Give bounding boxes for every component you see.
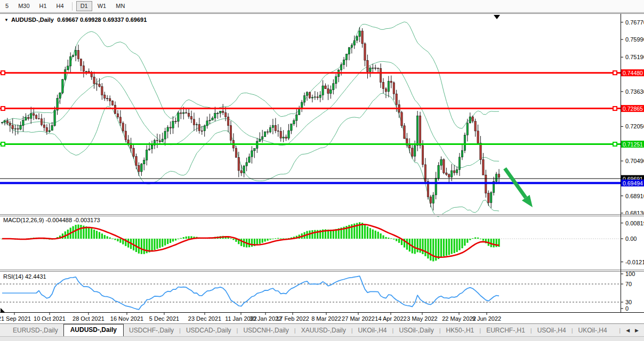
price-tick-label: 0.68910 (625, 193, 644, 199)
line-handle[interactable] (1, 71, 5, 75)
timeframe-button-d1[interactable]: D1 (76, 1, 92, 11)
line-handle[interactable] (1, 107, 5, 110)
symbol-tab-hk50-h1[interactable]: HK50-,H1 (441, 326, 480, 336)
date-tick-label: 21 Sep 2021 (0, 315, 31, 322)
date-tick-label: 22 May 2022 (442, 315, 476, 322)
date-tick-label: 17 Feb 2022 (276, 315, 309, 322)
date-tick-label: 27 Mar 2022 (342, 315, 375, 322)
toolbar-divider (72, 2, 73, 11)
timeframe-button-m30[interactable]: M30 (14, 1, 34, 11)
status-strip (0, 337, 644, 341)
macd-indicator-label: MACD(12,26,9) -0.004488 -0.003173 (3, 217, 100, 223)
line-handle[interactable] (613, 142, 617, 146)
symbol-tab-audusd-daily[interactable]: AUDUSD-,Daily (63, 324, 124, 336)
line-handle[interactable] (613, 107, 617, 110)
tab-separator: | (619, 327, 621, 334)
timeframe-button-h4[interactable]: H4 (52, 1, 68, 11)
price-tick-label: 0.75990 (625, 36, 644, 43)
symbol-tab-usdcnh-daily[interactable]: USDCNH-,Daily (238, 326, 294, 336)
date-tick-label: 5 Dec 2021 (149, 315, 179, 322)
symbol-tab-ukoil-h4[interactable]: UKOil-,H4 (573, 326, 613, 336)
symbol-tab-ukoil-h4[interactable]: UKOil-,H4 (353, 326, 392, 336)
price-tick-label: 0.72050 (625, 123, 644, 129)
macd-tick-label: 0.008197 (625, 220, 644, 226)
symbol-tab-bar: EURUSD-,DailyAUDUSD-,DailyUSDCHF-,Daily|… (0, 324, 644, 337)
chart-background (0, 13, 644, 324)
date-tick-label: 16 Nov 2021 (110, 315, 143, 322)
date-tick-label: 8 Mar 2022 (311, 315, 341, 322)
line-handle[interactable] (1, 142, 5, 146)
timeframe-button-w1[interactable]: W1 (93, 1, 111, 11)
macd-tick-label: 0.00 (625, 236, 637, 242)
timeframe-button-5[interactable]: 5 (1, 1, 13, 11)
tab-scroll-right-icon[interactable]: ▶ (635, 328, 639, 333)
date-tick-label: 9 Jun 2022 (472, 315, 501, 322)
date-tick-label: 3 May 2022 (407, 315, 437, 322)
chart-ohlc-values: 0.69667 0.69928 0.69337 0.69691 (57, 17, 147, 23)
date-tick-label: 10 Oct 2021 (34, 315, 66, 322)
date-tick-label: 23 Dec 2021 (188, 315, 221, 322)
rsi-indicator-label: RSI(14) 42.4431 (3, 273, 46, 280)
symbol-tab-usdcad-daily[interactable]: USDCAD-,Daily (181, 326, 237, 336)
chart-title-overlay: ▼AUDUSD-,Daily 0.69667 0.69928 0.69337 0… (4, 17, 147, 23)
symbol-dropdown-icon[interactable]: ▼ (4, 18, 9, 22)
mt4-chart-window: { "toolbar": { "timeframes": [ {"label":… (0, 0, 644, 341)
symbol-tab-usoil-h4[interactable]: USOil-,H4 (532, 326, 571, 336)
price-line-label: 0.69494 (623, 180, 643, 186)
price-tick-label: 0.76770 (625, 19, 644, 26)
tab-scroll-left-icon[interactable]: ◀ (626, 328, 630, 333)
rsi-tick-label: 0 (625, 305, 629, 312)
timeframe-toolbar: 5M30H1H4D1W1MN (0, 0, 644, 13)
price-line-label: 0.74480 (623, 70, 643, 76)
price-line-label: 0.72865 (623, 105, 643, 112)
symbol-tab-eurchf-h1[interactable]: EURCHF-,H1 (481, 326, 530, 336)
macd-tick-label: -0.012125 (625, 259, 644, 265)
chart-symbol-period: AUDUSD-,Daily (11, 17, 54, 23)
symbol-tab-usdchf-daily[interactable]: USDCHF-,Daily (124, 326, 179, 336)
price-tick-label: 0.73630 (625, 88, 644, 95)
line-handle[interactable] (613, 71, 617, 75)
date-tick-label: 28 Oct 2021 (73, 315, 104, 322)
rsi-tick-label: 70 (625, 281, 632, 287)
symbol-tab-usoil-daily[interactable]: USOil-,Daily (393, 326, 439, 336)
price-tick-label: 0.75190 (625, 54, 644, 60)
symbol-tab-eurusd-daily[interactable]: EURUSD-,Daily (7, 326, 63, 336)
date-tick-label: 14 Apr 2022 (375, 315, 406, 322)
price-line-label: 0.71251 (623, 141, 643, 148)
rsi-tick-label: 30 (625, 299, 632, 305)
symbol-tab-xauusd-daily[interactable]: XAUUSD-,Daily (296, 326, 351, 336)
chart-canvas[interactable]: 0.767700.759900.751900.736300.720500.704… (0, 0, 644, 324)
timeframe-button-mn[interactable]: MN (111, 1, 129, 11)
price-tick-label: 0.70490 (625, 158, 644, 164)
timeframe-button-h1[interactable]: H1 (35, 1, 51, 11)
